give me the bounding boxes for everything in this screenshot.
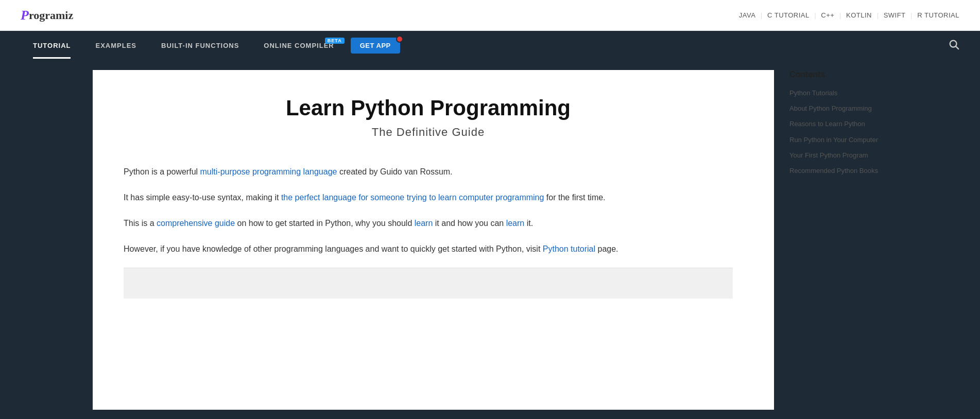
top-bar: P rogramiz JAVA | C TUTORIAL | C++ | KOT… xyxy=(0,0,980,31)
article-paragraph-2: It has simple easy-to-use syntax, making… xyxy=(124,190,733,205)
article-paragraph-3: This is a comprehensive guide on how to … xyxy=(124,216,733,231)
main-wrapper: Learn Python Programming The Definitive … xyxy=(0,60,980,419)
contents-link-run-python[interactable]: Run Python in Your Computer xyxy=(789,135,887,145)
beta-badge: beta xyxy=(325,38,345,44)
get-app-button[interactable]: GET APP xyxy=(351,38,400,54)
top-navigation: JAVA | C TUTORIAL | C++ | KOTLIN | SWIFT… xyxy=(739,11,959,20)
search-icon xyxy=(948,39,959,50)
svg-line-1 xyxy=(956,46,958,49)
list-item: About Python Programming xyxy=(789,104,887,113)
logo[interactable]: P rogramiz xyxy=(21,8,73,23)
logo-p-letter: P xyxy=(21,8,29,23)
top-nav-swift[interactable]: SWIFT xyxy=(884,11,906,19)
content-card: Learn Python Programming The Definitive … xyxy=(93,70,774,410)
learn-link-2[interactable]: learn xyxy=(506,219,525,228)
top-nav-c-tutorial[interactable]: C TUTORIAL xyxy=(767,11,810,19)
article-paragraph-1: Python is a powerful multi-purpose progr… xyxy=(124,165,733,179)
learn-link[interactable]: learn xyxy=(415,219,433,228)
contents-heading: Contents xyxy=(789,70,887,79)
perfect-language-link[interactable]: the perfect language for someone trying … xyxy=(281,193,544,202)
article-paragraph-4: However, if you have knowledge of other … xyxy=(124,242,733,256)
top-nav-cpp[interactable]: C++ xyxy=(821,11,834,19)
multi-purpose-link[interactable]: multi-purpose programming language xyxy=(200,167,337,176)
python-tutorial-link[interactable]: Python tutorial xyxy=(543,245,595,253)
top-nav-kotlin[interactable]: KOTLIN xyxy=(846,11,872,19)
nav-online-compiler[interactable]: ONLINE COMPILER beta xyxy=(251,32,346,59)
comprehensive-guide-link[interactable]: comprehensive guide xyxy=(157,219,235,228)
nav-tutorial[interactable]: TUTORIAL xyxy=(21,32,83,59)
list-item: Recommended Python Books xyxy=(789,166,887,176)
contents-link-python-tutorials[interactable]: Python Tutorials xyxy=(789,89,887,98)
list-item: Reasons to Learn Python xyxy=(789,119,887,129)
contents-link-reasons[interactable]: Reasons to Learn Python xyxy=(789,119,887,129)
nav-examples[interactable]: EXAMPLES xyxy=(83,32,149,59)
list-item: Python Tutorials xyxy=(789,89,887,98)
contents-list: Python Tutorials About Python Programmin… xyxy=(789,89,887,176)
search-button[interactable] xyxy=(948,39,959,53)
list-item: Your First Python Program xyxy=(789,151,887,160)
logo-rest-text: rogramiz xyxy=(29,9,73,22)
bottom-image xyxy=(124,268,733,299)
nav-built-in-functions[interactable]: BUILT-IN FUNCTIONS xyxy=(149,32,251,59)
article-subtitle: The Definitive Guide xyxy=(124,126,733,139)
contents-link-first-program[interactable]: Your First Python Program xyxy=(789,151,887,160)
main-nav-bar: TUTORIAL EXAMPLES BUILT-IN FUNCTIONS ONL… xyxy=(0,31,980,60)
list-item: Run Python in Your Computer xyxy=(789,135,887,145)
top-nav-r-tutorial[interactable]: R TUTORIAL xyxy=(917,11,959,19)
sidebar: Contents Python Tutorials About Python P… xyxy=(774,70,887,410)
online-compiler-label: ONLINE COMPILER xyxy=(264,42,334,49)
contents-link-about-python[interactable]: About Python Programming xyxy=(789,104,887,113)
article-body: Python is a powerful multi-purpose progr… xyxy=(124,165,733,256)
contents-link-recommended-books[interactable]: Recommended Python Books xyxy=(789,166,887,176)
notification-dot xyxy=(396,36,403,43)
top-nav-java[interactable]: JAVA xyxy=(739,11,756,19)
article-title: Learn Python Programming xyxy=(124,96,733,120)
